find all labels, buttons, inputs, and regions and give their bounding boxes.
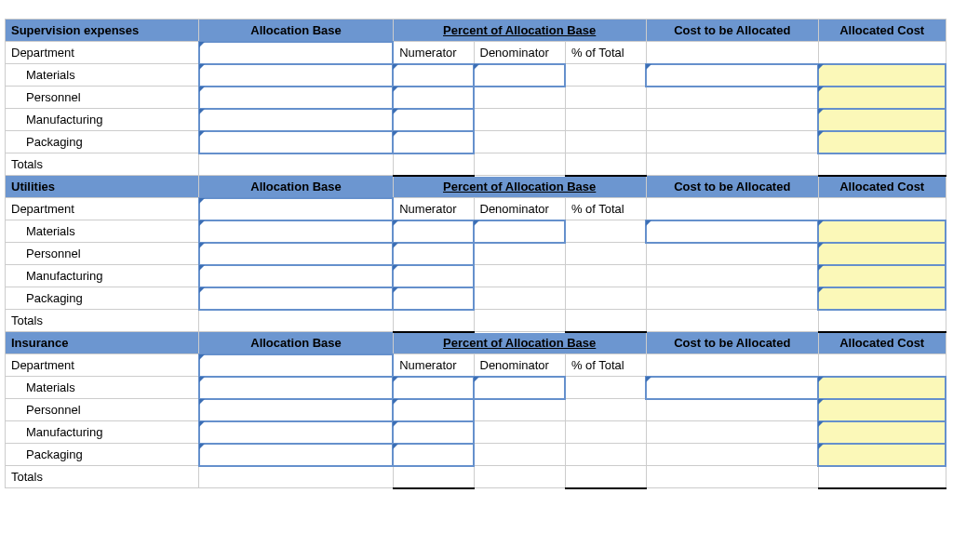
pct-manufacturing [565, 421, 646, 444]
input-numerator-materials[interactable] [393, 377, 474, 399]
input-numerator-materials[interactable] [393, 64, 474, 87]
input-allocated-manufacturing[interactable] [818, 421, 946, 444]
corner-marker [199, 198, 205, 204]
input-numerator-personnel[interactable] [393, 399, 474, 421]
totals-numerator [393, 310, 474, 332]
totals-pct [565, 466, 646, 488]
input-base-packaging[interactable] [199, 287, 393, 310]
corner-marker [393, 220, 398, 226]
corner-marker [818, 265, 824, 271]
section-title: Supervision expenses [6, 20, 199, 42]
label-numerator: Numerator [393, 354, 474, 377]
label-manufacturing: Manufacturing [6, 421, 199, 444]
blank [646, 354, 818, 377]
input-numerator-manufacturing[interactable] [393, 109, 474, 131]
corner-marker [818, 220, 824, 226]
input-cost-materials[interactable] [646, 220, 818, 243]
pct-packaging [565, 131, 646, 153]
corner-marker [393, 399, 398, 405]
input-base-packaging[interactable] [199, 444, 393, 466]
input-allocated-materials[interactable] [818, 377, 946, 399]
blank [646, 399, 818, 421]
corner-marker [818, 421, 824, 427]
corner-marker [818, 64, 824, 70]
input-numerator-packaging[interactable] [393, 444, 474, 466]
totals-pct [565, 153, 646, 176]
dept-row-materials: Materials [6, 377, 946, 399]
totals-numerator [393, 466, 474, 488]
input-base-personnel[interactable] [199, 87, 393, 109]
label-pct-total: % of Total [565, 42, 646, 64]
label-materials: Materials [6, 220, 199, 243]
input-denominator-materials[interactable] [474, 64, 565, 87]
pct-personnel [565, 399, 646, 421]
dept-row-materials: Materials [6, 220, 946, 243]
dept-row-personnel: Personnel [6, 399, 946, 421]
col-cost-allocated: Cost to be Allocated [646, 332, 818, 354]
input-allocated-packaging[interactable] [818, 444, 946, 466]
input-allocated-personnel[interactable] [818, 399, 946, 421]
blank [646, 198, 818, 220]
input-numerator-manufacturing[interactable] [393, 265, 474, 287]
corner-marker [474, 377, 479, 382]
input-denominator-materials[interactable] [474, 220, 565, 243]
input-allocation-base[interactable] [199, 42, 393, 64]
section-title: Utilities [6, 176, 199, 198]
input-numerator-packaging[interactable] [393, 287, 474, 310]
input-numerator-manufacturing[interactable] [393, 421, 474, 444]
input-allocated-personnel[interactable] [818, 243, 946, 265]
col-allocated-cost: Allocated Cost [818, 332, 946, 354]
input-allocated-packaging[interactable] [818, 131, 946, 153]
input-base-materials[interactable] [199, 377, 393, 399]
input-base-manufacturing[interactable] [199, 421, 393, 444]
input-allocation-base[interactable] [199, 198, 393, 220]
input-cost-materials[interactable] [646, 377, 818, 399]
input-allocated-personnel[interactable] [818, 87, 946, 109]
blank [474, 421, 565, 444]
dept-row-personnel: Personnel [6, 87, 946, 109]
col-allocated-cost: Allocated Cost [818, 20, 946, 42]
corner-marker [818, 399, 824, 405]
corner-marker [818, 377, 824, 382]
blank [646, 466, 818, 488]
input-numerator-packaging[interactable] [393, 131, 474, 153]
input-numerator-materials[interactable] [393, 220, 474, 243]
input-numerator-personnel[interactable] [393, 87, 474, 109]
input-numerator-personnel[interactable] [393, 243, 474, 265]
blank [474, 310, 565, 332]
col-allocated-cost: Allocated Cost [818, 176, 946, 198]
blank [646, 153, 818, 176]
totals-pct [565, 310, 646, 332]
totals-allocated [818, 153, 946, 176]
blank [818, 354, 946, 377]
col-cost-allocated: Cost to be Allocated [646, 20, 818, 42]
input-allocated-materials[interactable] [818, 220, 946, 243]
input-allocation-base[interactable] [199, 354, 393, 377]
input-allocated-manufacturing[interactable] [818, 109, 946, 131]
label-personnel: Personnel [6, 243, 199, 265]
input-base-materials[interactable] [199, 220, 393, 243]
input-allocated-manufacturing[interactable] [818, 265, 946, 287]
input-cost-materials[interactable] [646, 64, 818, 87]
corner-marker [199, 109, 205, 114]
corner-marker [646, 377, 651, 382]
totals-row: Totals [6, 153, 946, 176]
input-base-manufacturing[interactable] [199, 109, 393, 131]
department-row: DepartmentNumeratorDenominator% of Total [6, 198, 946, 220]
input-base-manufacturing[interactable] [199, 265, 393, 287]
input-base-personnel[interactable] [199, 243, 393, 265]
allocation-table: Supervision expensesAllocation BasePerce… [5, 19, 946, 489]
corner-marker [199, 42, 205, 47]
blank [474, 243, 565, 265]
pct-manufacturing [565, 109, 646, 131]
input-base-materials[interactable] [199, 64, 393, 87]
input-denominator-materials[interactable] [474, 377, 565, 399]
input-base-personnel[interactable] [199, 399, 393, 421]
pct-packaging [565, 287, 646, 310]
blank [646, 42, 818, 64]
label-department: Department [6, 42, 199, 64]
pct-materials [565, 64, 646, 87]
input-base-packaging[interactable] [199, 131, 393, 153]
input-allocated-packaging[interactable] [818, 287, 946, 310]
input-allocated-materials[interactable] [818, 64, 946, 87]
